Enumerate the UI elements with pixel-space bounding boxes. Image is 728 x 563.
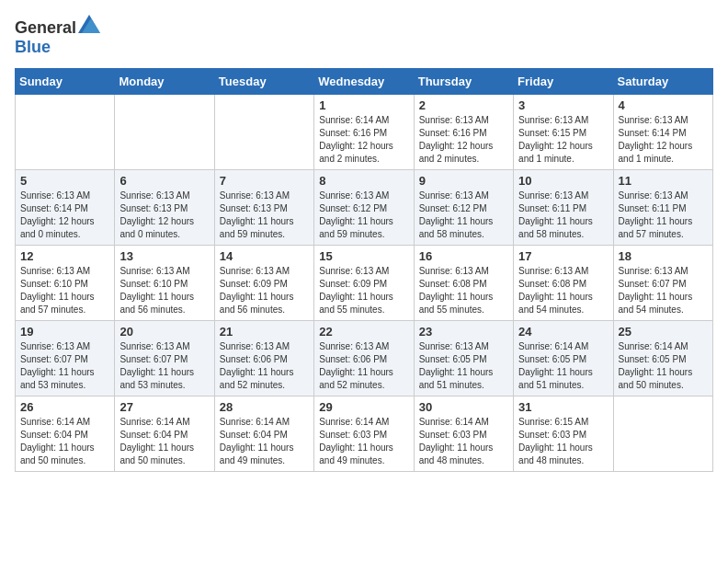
day-number: 18 <box>619 249 708 263</box>
day-cell-14: 14Sunrise: 6:13 AM Sunset: 6:09 PM Dayli… <box>214 246 313 321</box>
day-cell-11: 11Sunrise: 6:13 AM Sunset: 6:11 PM Dayli… <box>613 170 712 246</box>
day-info: Sunrise: 6:13 AM Sunset: 6:07 PM Dayligh… <box>20 340 109 392</box>
day-number: 24 <box>518 325 608 339</box>
day-cell-2: 2Sunrise: 6:13 AM Sunset: 6:16 PM Daylig… <box>414 95 513 170</box>
day-cell-28: 28Sunrise: 6:14 AM Sunset: 6:04 PM Dayli… <box>214 396 313 472</box>
day-cell-25: 25Sunrise: 6:14 AM Sunset: 6:05 PM Dayli… <box>613 321 712 396</box>
day-number: 5 <box>20 174 109 188</box>
day-cell-10: 10Sunrise: 6:13 AM Sunset: 6:11 PM Dayli… <box>514 170 613 246</box>
day-info: Sunrise: 6:14 AM Sunset: 6:03 PM Dayligh… <box>419 416 508 467</box>
day-number: 22 <box>319 325 408 339</box>
day-number: 4 <box>619 98 708 112</box>
day-cell-4: 4Sunrise: 6:13 AM Sunset: 6:14 PM Daylig… <box>613 95 712 170</box>
day-cell-8: 8Sunrise: 6:13 AM Sunset: 6:12 PM Daylig… <box>314 170 414 246</box>
day-number: 15 <box>319 249 408 263</box>
day-number: 7 <box>220 174 309 188</box>
day-number: 13 <box>119 249 209 263</box>
day-info: Sunrise: 6:14 AM Sunset: 6:04 PM Dayligh… <box>20 416 109 467</box>
day-number: 17 <box>518 249 608 263</box>
day-number: 6 <box>119 174 209 188</box>
day-info: Sunrise: 6:13 AM Sunset: 6:14 PM Dayligh… <box>20 190 109 241</box>
day-cell-1: 1Sunrise: 6:14 AM Sunset: 6:16 PM Daylig… <box>314 95 414 170</box>
empty-cell <box>613 396 712 472</box>
weekday-thursday: Thursday <box>414 69 513 95</box>
day-info: Sunrise: 6:15 AM Sunset: 6:03 PM Dayligh… <box>518 416 608 467</box>
day-info: Sunrise: 6:13 AM Sunset: 6:08 PM Dayligh… <box>518 265 608 316</box>
day-cell-17: 17Sunrise: 6:13 AM Sunset: 6:08 PM Dayli… <box>514 246 613 321</box>
day-info: Sunrise: 6:13 AM Sunset: 6:06 PM Dayligh… <box>220 340 309 392</box>
day-info: Sunrise: 6:13 AM Sunset: 6:07 PM Dayligh… <box>619 265 708 316</box>
day-info: Sunrise: 6:13 AM Sunset: 6:12 PM Dayligh… <box>419 190 508 241</box>
day-number: 26 <box>20 400 109 414</box>
day-number: 21 <box>220 325 309 339</box>
day-number: 16 <box>419 249 508 263</box>
day-cell-21: 21Sunrise: 6:13 AM Sunset: 6:06 PM Dayli… <box>214 321 313 396</box>
day-info: Sunrise: 6:14 AM Sunset: 6:16 PM Dayligh… <box>319 114 408 166</box>
day-number: 23 <box>419 325 508 339</box>
day-number: 25 <box>619 325 708 339</box>
day-number: 11 <box>619 174 708 188</box>
day-number: 1 <box>319 98 408 112</box>
day-cell-5: 5Sunrise: 6:13 AM Sunset: 6:14 PM Daylig… <box>16 170 115 246</box>
day-number: 3 <box>518 98 608 112</box>
day-info: Sunrise: 6:13 AM Sunset: 6:08 PM Dayligh… <box>419 265 508 316</box>
day-cell-3: 3Sunrise: 6:13 AM Sunset: 6:15 PM Daylig… <box>514 95 613 170</box>
day-info: Sunrise: 6:13 AM Sunset: 6:06 PM Dayligh… <box>319 340 408 392</box>
day-cell-24: 24Sunrise: 6:14 AM Sunset: 6:05 PM Dayli… <box>514 321 613 396</box>
logo-icon <box>78 15 100 33</box>
day-number: 28 <box>220 400 309 414</box>
page-header: General Blue <box>15 15 713 57</box>
week-row-5: 26Sunrise: 6:14 AM Sunset: 6:04 PM Dayli… <box>16 396 713 472</box>
day-info: Sunrise: 6:14 AM Sunset: 6:04 PM Dayligh… <box>220 416 309 467</box>
weekday-sunday: Sunday <box>16 69 115 95</box>
weekday-header-row: SundayMondayTuesdayWednesdayThursdayFrid… <box>16 69 713 95</box>
day-number: 20 <box>119 325 209 339</box>
day-cell-19: 19Sunrise: 6:13 AM Sunset: 6:07 PM Dayli… <box>16 321 115 396</box>
day-info: Sunrise: 6:13 AM Sunset: 6:09 PM Dayligh… <box>220 265 309 316</box>
calendar-table: SundayMondayTuesdayWednesdayThursdayFrid… <box>15 68 713 472</box>
day-info: Sunrise: 6:14 AM Sunset: 6:05 PM Dayligh… <box>619 340 708 392</box>
weekday-tuesday: Tuesday <box>214 69 313 95</box>
day-number: 31 <box>518 400 608 414</box>
day-cell-12: 12Sunrise: 6:13 AM Sunset: 6:10 PM Dayli… <box>16 246 115 321</box>
day-cell-31: 31Sunrise: 6:15 AM Sunset: 6:03 PM Dayli… <box>514 396 613 472</box>
day-cell-26: 26Sunrise: 6:14 AM Sunset: 6:04 PM Dayli… <box>16 396 115 472</box>
logo-blue: Blue <box>15 38 51 56</box>
day-cell-16: 16Sunrise: 6:13 AM Sunset: 6:08 PM Dayli… <box>414 246 513 321</box>
day-cell-18: 18Sunrise: 6:13 AM Sunset: 6:07 PM Dayli… <box>613 246 712 321</box>
day-cell-15: 15Sunrise: 6:13 AM Sunset: 6:09 PM Dayli… <box>314 246 414 321</box>
day-cell-22: 22Sunrise: 6:13 AM Sunset: 6:06 PM Dayli… <box>314 321 414 396</box>
day-number: 2 <box>419 98 508 112</box>
empty-cell <box>16 95 115 170</box>
day-info: Sunrise: 6:13 AM Sunset: 6:10 PM Dayligh… <box>119 265 209 316</box>
empty-cell <box>214 95 313 170</box>
day-info: Sunrise: 6:13 AM Sunset: 6:09 PM Dayligh… <box>319 265 408 316</box>
day-info: Sunrise: 6:13 AM Sunset: 6:14 PM Dayligh… <box>619 114 708 166</box>
day-info: Sunrise: 6:13 AM Sunset: 6:13 PM Dayligh… <box>220 190 309 241</box>
day-cell-13: 13Sunrise: 6:13 AM Sunset: 6:10 PM Dayli… <box>115 246 214 321</box>
day-info: Sunrise: 6:13 AM Sunset: 6:15 PM Dayligh… <box>518 114 608 166</box>
day-number: 9 <box>419 174 508 188</box>
day-info: Sunrise: 6:14 AM Sunset: 6:05 PM Dayligh… <box>518 340 608 392</box>
day-cell-27: 27Sunrise: 6:14 AM Sunset: 6:04 PM Dayli… <box>115 396 214 472</box>
day-info: Sunrise: 6:13 AM Sunset: 6:16 PM Dayligh… <box>419 114 508 166</box>
weekday-monday: Monday <box>115 69 214 95</box>
day-number: 12 <box>20 249 109 263</box>
day-number: 27 <box>119 400 209 414</box>
weekday-friday: Friday <box>514 69 613 95</box>
day-number: 19 <box>20 325 109 339</box>
empty-cell <box>115 95 214 170</box>
day-info: Sunrise: 6:14 AM Sunset: 6:04 PM Dayligh… <box>119 416 209 467</box>
day-info: Sunrise: 6:13 AM Sunset: 6:10 PM Dayligh… <box>20 265 109 316</box>
week-row-2: 5Sunrise: 6:13 AM Sunset: 6:14 PM Daylig… <box>16 170 713 246</box>
day-number: 30 <box>419 400 508 414</box>
day-cell-20: 20Sunrise: 6:13 AM Sunset: 6:07 PM Dayli… <box>115 321 214 396</box>
day-info: Sunrise: 6:13 AM Sunset: 6:07 PM Dayligh… <box>119 340 209 392</box>
week-row-4: 19Sunrise: 6:13 AM Sunset: 6:07 PM Dayli… <box>16 321 713 396</box>
week-row-1: 1Sunrise: 6:14 AM Sunset: 6:16 PM Daylig… <box>16 95 713 170</box>
day-cell-23: 23Sunrise: 6:13 AM Sunset: 6:05 PM Dayli… <box>414 321 513 396</box>
day-number: 10 <box>518 174 608 188</box>
logo: General Blue <box>15 15 100 57</box>
day-info: Sunrise: 6:14 AM Sunset: 6:03 PM Dayligh… <box>319 416 408 467</box>
weekday-wednesday: Wednesday <box>314 69 414 95</box>
